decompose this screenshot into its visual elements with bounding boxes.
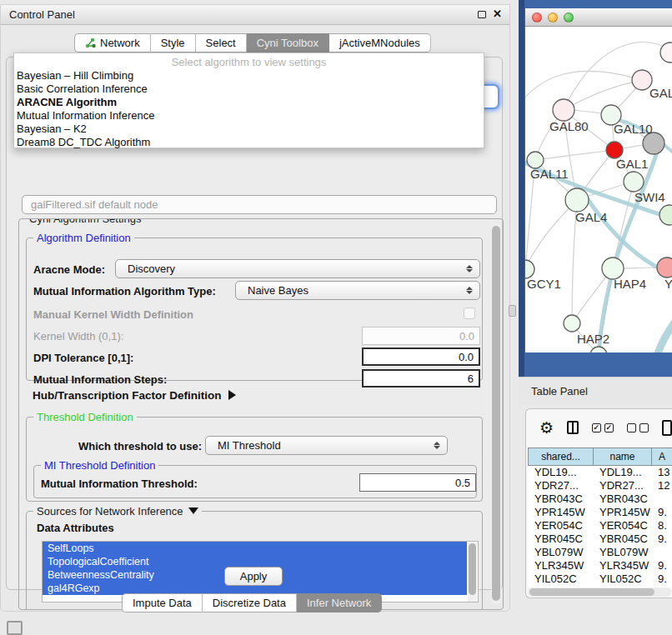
expanded-arrow-icon [188,508,198,514]
tab-label: Cyni Toolbox [257,37,318,49]
mi-algorithm-type-combobox[interactable]: Naive Bayes [235,281,480,300]
tab-label: Style [161,37,185,49]
table-row[interactable]: YBR043CYBR043C [528,492,672,506]
stepper-icon [465,287,473,294]
network-node-swi4[interactable] [624,172,644,192]
network-node-gcy1[interactable] [525,260,534,278]
table-cell: 13 [651,466,672,479]
which-threshold-label: Which threshold to use: [78,440,202,452]
mi-steps-field[interactable]: 6 [362,369,480,388]
settings-group-title: Cyni Algorithm Settings [26,218,144,225]
sources-group-title[interactable]: Sources for Network Inference [33,505,202,518]
tab-style[interactable]: Style [151,33,196,52]
unchecked-pair-icon[interactable] [627,423,649,432]
mi-threshold-field[interactable]: 0.5 [359,473,476,492]
algorithm-option[interactable]: ARACNE Algorithm [14,96,484,109]
node-label: GAL4 [575,210,607,224]
algorithm-option[interactable]: Mutual Information Inference [14,109,484,122]
algorithm-option[interactable]: Bayesian – Hill Climbing [14,69,484,82]
table-row[interactable]: YLR345WYLR345W9. [528,559,672,572]
attribute-list-scrollbar-thumb[interactable] [469,543,476,595]
zoom-traffic-light-icon[interactable] [564,12,574,22]
tab-cyni-toolbox[interactable]: Cyni Toolbox [247,33,329,52]
node-label: GAL1 [616,157,648,171]
network-node[interactable] [659,205,672,225]
column-header-1[interactable]: shared... [528,448,593,466]
algorithm-option[interactable]: Basic Correlation Inference [14,82,484,96]
network-view-window[interactable]: GALGAL80GAL10GAL1GAL11SWI4GAL4GCY1HAP4YH… [525,8,672,352]
table-row[interactable]: YBL079WYBL079W [528,546,672,559]
tab-label: Impute Data [133,597,192,609]
table-row[interactable]: YDR27...YDR27...12 [528,479,672,492]
column-header-3[interactable]: A [651,448,672,466]
network-node-gal80[interactable] [553,99,574,121]
column-header-2[interactable]: name [593,448,651,466]
table-row[interactable]: YIL052CYIL052C9. [528,572,672,586]
table-cell: 9. [651,532,672,546]
table-selector-combobox[interactable]: galFiltered.sif default node [22,195,497,214]
table-row[interactable]: YBR045CYBR045C9. [528,532,672,546]
manual-kernel-width-label: Manual Kernel Width Definition [33,308,193,321]
checked-pair-icon[interactable]: ✓✓ [592,423,614,432]
table-scrollbar-thumb[interactable] [529,588,654,596]
table-header-row: shared...nameA [528,448,672,466]
kernel-width-field[interactable]: 0.0 [362,327,480,345]
aracne-mode-combobox[interactable]: Discovery [115,259,480,278]
algorithm-option[interactable]: Bayesian – K2 [14,122,484,136]
mi-steps-label: Mutual Information Steps: [33,373,167,386]
node-label: HAP2 [577,332,609,346]
attribute-list-item[interactable]: SelfLoops [43,542,467,555]
table-selector-value: galFiltered.sif default node [23,198,158,211]
node-label: GAL [649,86,672,100]
panel-divider-handle[interactable] [509,305,516,317]
close-icon[interactable]: ✕ [493,8,502,20]
dpi-tolerance-field[interactable]: 0.0 [362,348,480,366]
algorithm-dropdown-popup: Select algorithm to view settings Bayesi… [13,52,484,148]
tab-jactivemnodules[interactable]: jActiveMNodules [329,33,431,52]
attribute-list-scrollbar[interactable] [468,542,477,602]
network-canvas[interactable]: GALGAL80GAL10GAL1GAL11SWI4GAL4GCY1HAP4YH… [525,27,672,352]
table-row[interactable]: YER054CYER054C8. [528,519,672,532]
control-panel-title: Control Panel [1,8,75,21]
float-window-icon[interactable] [478,11,486,18]
table-row[interactable]: YDL19...YDL19...13 [528,466,672,479]
table-panel-titlebar: Table Panel [519,377,672,405]
table-horizontal-scrollbar[interactable] [528,588,671,597]
table-cell: 9. [651,572,672,586]
table-row[interactable]: YPR145WYPR145W9. [528,506,672,519]
network-node-gal4[interactable] [565,188,589,212]
network-window-titlebar [525,8,672,27]
network-node-gal1[interactable] [606,142,623,158]
node-label: GAL10 [614,122,653,136]
settings-scrollbar[interactable] [491,224,501,604]
kernel-width-label: Kernel Width (0,1): [33,330,123,342]
algorithm-option[interactable]: Dream8 DC_TDC Algorithm [14,136,484,149]
tab-select[interactable]: Select [196,33,247,52]
mini-palette-icon[interactable] [7,621,23,635]
tab-network[interactable]: Network [74,33,151,52]
gear-icon[interactable]: ⚙ [539,420,554,436]
apply-button[interactable]: Apply [224,567,283,586]
close-traffic-light-icon[interactable] [532,12,542,22]
mi-threshold-definition-group: MI Threshold Definition Mutual Informati… [33,465,477,498]
tab-infer-network[interactable]: Infer Network [297,593,382,612]
table-cell: 8. [651,519,672,532]
settings-scrollbar-thumb[interactable] [492,226,500,601]
table-cell: YBR043C [528,492,593,506]
columns-icon[interactable] [567,421,579,434]
tab-impute-data[interactable]: Impute Data [122,593,203,612]
document-icon[interactable] [662,420,672,436]
hub-definition-toggle[interactable]: Hub/Transcription Factor Definition [33,389,236,402]
mi-steps-value: 6 [468,372,479,385]
network-node-gal11[interactable] [527,152,544,168]
network-node-y[interactable] [657,258,672,278]
network-node-hap2[interactable] [564,315,580,332]
table-panel: ⚙ ✓✓ shared...nameA YDL19...YDL19...13YD… [525,408,672,598]
minimize-traffic-light-icon[interactable] [548,12,558,22]
table-cell: 12 [651,479,672,492]
manual-kernel-width-checkbox[interactable] [464,308,475,319]
table-cell [651,492,672,506]
which-threshold-combobox[interactable]: MI Threshold [205,436,448,455]
tab-discretize-data[interactable]: Discretize Data [203,593,297,612]
cyni-bottom-tabbar: Impute DataDiscretize DataInfer Network [122,593,382,612]
